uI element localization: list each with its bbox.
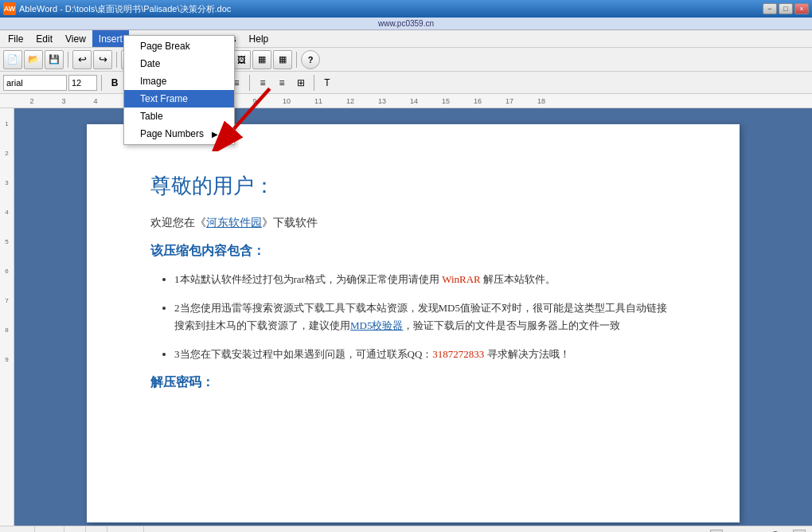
- toolbar-separator-1: [68, 52, 68, 68]
- zoom-out-button[interactable]: −: [710, 530, 723, 533]
- save-button[interactable]: 💾: [45, 50, 64, 69]
- new-button[interactable]: 📄: [3, 50, 22, 69]
- font-selector[interactable]: [3, 75, 67, 91]
- bold-button[interactable]: B: [106, 75, 123, 91]
- dropdown-item-image[interactable]: Image: [124, 72, 234, 90]
- pagenumbers-label: Page Numbers: [140, 128, 204, 139]
- document-area[interactable]: 尊敬的用户： 欢迎您在《河东软件园》下载软件 该压缩包内容包含： 1本站默认软件…: [14, 108, 812, 526]
- document-intro: 欢迎您在《河东软件园》下载软件: [150, 216, 676, 230]
- md5-highlight: MD5校验器: [350, 319, 403, 331]
- pagebreak-label: Page Break: [140, 41, 190, 52]
- toolbar-separator-2: [116, 52, 117, 68]
- window-controls[interactable]: − □ ×: [763, 3, 809, 14]
- bullet-item-2: 2当您使用迅雷等搜索资源式下载工具下载本站资源，发现MD5值验证不对时，很可能是…: [174, 299, 676, 334]
- bullet-list-button[interactable]: ≡: [254, 75, 271, 91]
- section-title-2: 解压密码：: [150, 374, 676, 391]
- zoom-in-button[interactable]: +: [793, 530, 806, 533]
- title-bar: AW AbleWord - D:\tools\桌面说明书\Palisade\决策…: [0, 0, 812, 18]
- status-page: 1/1: [6, 526, 35, 532]
- vertical-ruler: 1 2 3 4 5 6 7 8 9: [0, 108, 14, 526]
- link-text: 河东软件园: [206, 217, 262, 229]
- pagenumbers-arrow: ▶: [212, 130, 218, 139]
- minimize-button[interactable]: −: [763, 3, 777, 14]
- insert-dropdown-menu: Page Break Date Image Text Frame Table P…: [123, 35, 235, 145]
- status-pos1: 3: [64, 526, 86, 532]
- status-bar: 1/1 1/1 3 9 NUM 100 % − +: [0, 526, 812, 532]
- format-separator-3: [249, 75, 250, 91]
- status-pos2: 9: [86, 526, 107, 532]
- format-separator-4: [314, 75, 314, 91]
- watermark-text: www.pc0359.cn: [378, 19, 434, 28]
- winrar-highlight: WinRAR: [442, 273, 481, 285]
- table2-button[interactable]: ▦: [252, 50, 271, 69]
- dropdown-item-pagenumbers[interactable]: Page Numbers ▶: [124, 125, 234, 143]
- text-color-button[interactable]: T: [318, 75, 336, 91]
- dropdown-item-table[interactable]: Table: [124, 108, 234, 125]
- status-zoom-area: 100 % − +: [681, 530, 806, 533]
- open-button[interactable]: 📂: [24, 50, 43, 69]
- dropdown-item-date[interactable]: Date: [124, 55, 234, 72]
- main-area: 1 2 3 4 5 6 7 8 9 尊敬的用户： 欢迎您在《河东软件园》下载软件…: [0, 108, 812, 526]
- ruler-marks: 2 3 4 5 6 7 8 9 10 11 12 13 14 15 16 17 …: [16, 97, 557, 105]
- document-page: 尊敬的用户： 欢迎您在《河东软件园》下载软件 该压缩包内容包含： 1本站默认软件…: [87, 124, 740, 522]
- indent-button[interactable]: ⊞: [292, 75, 310, 91]
- dropdown-item-pagebreak[interactable]: Page Break: [124, 37, 234, 55]
- font-size-selector[interactable]: [68, 75, 97, 91]
- table-label: Table: [140, 111, 163, 122]
- main-toolbar: 📄 📂 💾 ↩ ↪ A ⊞ ⊡ abc ¶ 🖼 ▦ ▦ ?: [0, 48, 812, 72]
- bullet-item-3: 3当您在下载安装过程中如果遇到问题，可通过联系QQ：3187272833 寻求解…: [174, 346, 676, 363]
- status-section: 1/1: [35, 526, 64, 532]
- help-button[interactable]: ?: [301, 50, 320, 69]
- app-logo: AW: [3, 2, 16, 15]
- window-title: AbleWord - D:\tools\桌面说明书\Palisade\决策分析.…: [19, 3, 231, 15]
- dropdown-item-textframe[interactable]: Text Frame: [124, 90, 234, 108]
- menu-help[interactable]: Help: [243, 30, 275, 47]
- table3-button[interactable]: ▦: [273, 50, 292, 69]
- bullet-item-1: 1本站默认软件经过打包为rar格式，为确保正常使用请使用 WinRAR 解压本站…: [174, 271, 676, 288]
- image-label: Image: [140, 76, 166, 87]
- format-separator-1: [101, 75, 102, 91]
- format-toolbar: B I U ≡ ≡ ≡ ≡ ≡ ≡ ⊞ T: [0, 72, 812, 94]
- menu-edit[interactable]: Edit: [29, 30, 59, 47]
- horizontal-ruler: 2 3 4 5 6 7 8 9 10 11 12 13 14 15 16 17 …: [0, 94, 812, 108]
- close-button[interactable]: ×: [794, 3, 809, 14]
- document-heading: 尊敬的用户：: [150, 172, 676, 200]
- menu-view[interactable]: View: [59, 30, 92, 47]
- undo-button[interactable]: ↩: [72, 50, 92, 69]
- date-label: Date: [140, 58, 160, 69]
- numbered-list-button[interactable]: ≡: [273, 75, 291, 91]
- textframe-label: Text Frame: [140, 93, 188, 104]
- menu-file[interactable]: File: [2, 30, 29, 47]
- section-title-1: 该压缩包内容包含：: [150, 243, 676, 260]
- redo-button[interactable]: ↪: [93, 50, 112, 69]
- qq-highlight: 3187272833: [432, 348, 484, 360]
- menu-bar: File Edit View Insert Format Table Tools…: [0, 30, 812, 48]
- bullet-list: 1本站默认软件经过打包为rar格式，为确保正常使用请使用 WinRAR 解压本站…: [150, 271, 676, 363]
- maximize-button[interactable]: □: [779, 3, 793, 14]
- toolbar-separator-4: [296, 52, 297, 68]
- status-numlock: NUM: [107, 526, 144, 532]
